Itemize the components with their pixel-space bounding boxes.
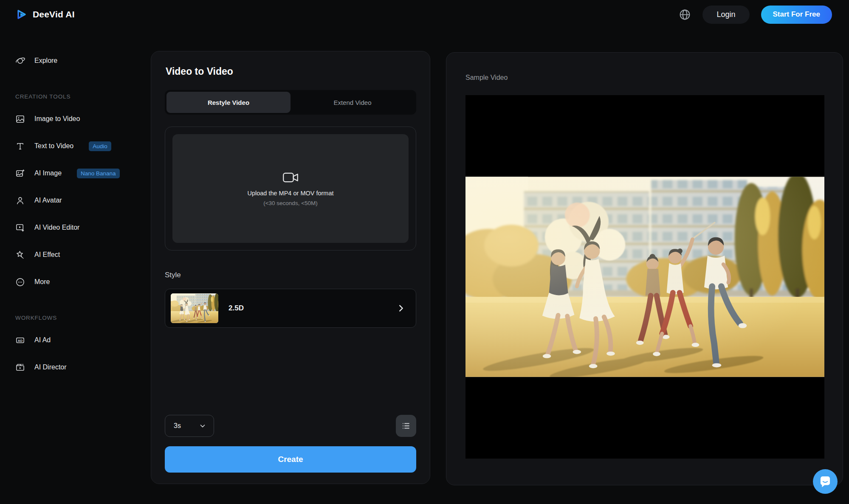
video-editor-icon [15,223,25,233]
sidebar-item-label: Explore [34,57,57,65]
start-for-free-button[interactable]: Start For Free [761,6,832,24]
style-thumbnail [171,293,218,323]
svg-text:AD: AD [18,338,23,342]
sidebar-item-ai-director[interactable]: AI Director [15,360,140,374]
create-button[interactable]: Create [165,446,416,473]
sidebar-item-text-to-video[interactable]: Text to Video Audio [15,139,140,153]
play-logo-icon [15,8,28,21]
tab-restyle-video[interactable]: Restyle Video [166,92,291,113]
sample-video-label: Sample Video [465,74,824,82]
sidebar-item-label: AI Ad [34,336,51,344]
upload-dropzone[interactable]: Upload the MP4 or MOV format (<30 second… [165,127,416,251]
upload-dropzone-inner: Upload the MP4 or MOV format (<30 second… [172,134,409,243]
style-section-label: Style [165,271,416,279]
chevron-right-icon [396,304,406,313]
composer-controls: 3s [165,415,416,437]
duration-select[interactable]: 3s [165,415,214,437]
upload-constraints: (<30 seconds, <50M) [263,200,318,206]
sidebar-item-ai-video-editor[interactable]: AI Video Editor [15,220,140,235]
ellipsis-circle-icon [15,277,25,287]
sidebar-item-ai-ad[interactable]: AD AI Ad [15,333,140,347]
image-sparkle-icon [15,169,25,178]
section-creation-tools: CREATION TOOLS [15,93,140,100]
ad-icon: AD [15,335,25,345]
duration-value: 3s [174,422,181,430]
chat-bubble-icon [818,474,832,489]
sidebar-item-label: AI Avatar [34,197,62,204]
top-bar: DeeVid AI Login Start For Free [0,0,849,29]
style-selected-value: 2.5D [228,304,244,313]
sidebar-item-label: AI Effect [34,251,60,259]
task-list-icon [401,421,411,431]
login-button[interactable]: Login [702,6,749,24]
star-wand-icon [15,250,25,260]
sidebar-item-label: Text to Video [34,142,73,150]
app-root: DeeVid AI Login Start For Free Explore C… [0,0,849,504]
sidebar-item-explore[interactable]: Explore [15,53,140,68]
sidebar-item-label: More [34,278,50,286]
chevron-down-icon [199,422,206,430]
sidebar-item-label: AI Image [34,169,62,177]
composer-panel: Video to Video Restyle Video Extend Vide… [151,51,430,484]
composer-spacer [165,328,416,415]
tab-extend-video[interactable]: Extend Video [291,92,415,113]
sample-video-frame [465,177,824,377]
text-icon [15,141,25,151]
sample-video-player[interactable] [465,95,824,459]
sidebar-item-label: AI Director [34,363,67,371]
header-actions: Login Start For Free [679,6,832,24]
nano-banana-badge: Nano Banana [77,169,120,178]
section-workflows: WORKFLOWS [15,315,140,321]
sidebar-item-more[interactable]: More [15,275,140,289]
sidebar-item-image-to-video[interactable]: Image to Video [15,112,140,126]
chat-widget-button[interactable] [813,469,838,494]
preview-panel: Sample Video [446,52,843,485]
page-title: Video to Video [166,66,416,77]
tab-bar: Restyle Video Extend Video [165,90,416,115]
planet-icon [15,56,25,66]
sidebar-item-label: Image to Video [34,115,80,123]
task-list-button[interactable] [396,415,416,437]
logo-text: DeeVid AI [33,9,75,20]
image-icon [15,114,25,124]
language-globe-icon[interactable] [679,8,691,21]
sidebar-item-ai-avatar[interactable]: AI Avatar [15,193,140,208]
clapperboard-icon [15,363,25,372]
sidebar-item-ai-effect[interactable]: AI Effect [15,248,140,262]
logo[interactable]: DeeVid AI [15,8,75,21]
video-camera-icon [282,171,299,184]
upload-instruction: Upload the MP4 or MOV format [247,190,333,197]
sidebar-item-label: AI Video Editor [34,224,79,231]
sidebar-item-ai-image[interactable]: AI Image Nano Banana [15,166,140,180]
audio-badge: Audio [89,141,111,151]
style-selector[interactable]: 2.5D [165,289,416,328]
sidebar: Explore CREATION TOOLS Image to Video Te… [0,29,140,387]
avatar-icon [15,196,25,206]
